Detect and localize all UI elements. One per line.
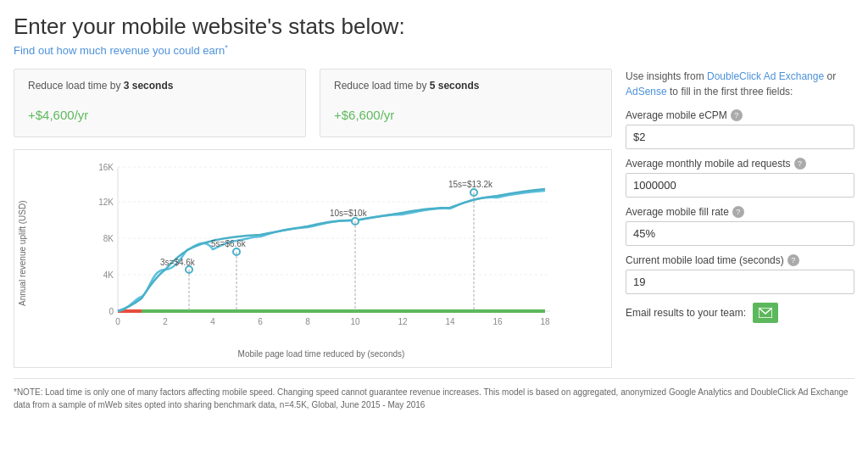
field-ad-requests-label: Average monthly mobile ad requests ? (626, 158, 854, 170)
card-5s: Reduce load time by 5 seconds +$6,600/yr (320, 69, 612, 137)
card-3s-label: Reduce load time by 3 seconds (28, 80, 292, 92)
svg-text:4: 4 (210, 317, 215, 326)
field-ecpm-label: Average mobile eCPM ? (626, 109, 854, 121)
svg-text:8: 8 (305, 317, 310, 326)
email-icon (759, 308, 772, 318)
ecpm-help-icon[interactable]: ? (731, 109, 743, 121)
adsense-link[interactable]: AdSense (626, 86, 667, 97)
svg-text:16: 16 (492, 317, 503, 326)
field-fill-rate: Average mobile fill rate ? (626, 206, 854, 246)
field-ad-requests: Average monthly mobile ad requests ? (626, 158, 854, 198)
fill-rate-help-icon[interactable]: ? (732, 206, 744, 218)
field-ecpm: Average mobile eCPM ? (626, 109, 854, 149)
chart-inner: 0 4K 8K 12K 16K 0 2 4 6 8 10 12 14 (40, 159, 603, 348)
field-load-time: Current mobile load time (seconds) ? (626, 254, 854, 294)
svg-text:12: 12 (398, 317, 408, 326)
card-3s: Reduce load time by 3 seconds +$4,600/yr (14, 69, 306, 137)
page-title: Enter your mobile website's stats below: (14, 14, 854, 40)
svg-text:8K: 8K (103, 234, 114, 243)
main-layout: Reduce load time by 3 seconds +$4,600/yr… (14, 69, 854, 368)
svg-text:10s=$10k: 10s=$10k (330, 209, 368, 218)
svg-text:10: 10 (350, 317, 360, 326)
footer-note: *NOTE: Load time is only one of many fac… (14, 378, 854, 411)
ad-requests-help-icon[interactable]: ? (794, 158, 806, 170)
load-time-input[interactable] (626, 270, 854, 294)
load-time-help-icon[interactable]: ? (787, 254, 799, 266)
svg-text:0: 0 (108, 307, 114, 316)
svg-text:15s=$13.2k: 15s=$13.2k (448, 180, 493, 189)
doubleclick-link[interactable]: DoubleClick Ad Exchange (707, 70, 824, 82)
field-fill-rate-label: Average mobile fill rate ? (626, 206, 854, 218)
svg-text:4K: 4K (103, 270, 114, 280)
x-axis-label: Mobile page load time reduced by (second… (14, 349, 603, 359)
svg-text:14: 14 (445, 317, 455, 326)
chart-container: Annual revenue uplift (USD) 0 4K (14, 149, 612, 368)
y-axis-label: Annual revenue uplift (USD) (14, 159, 40, 348)
fill-rate-input[interactable] (626, 221, 854, 246)
email-button[interactable] (753, 303, 778, 323)
card-3s-value: +$4,600/yr (28, 95, 292, 126)
ad-requests-input[interactable] (626, 173, 854, 198)
svg-text:5s=$6.6k: 5s=$6.6k (211, 239, 247, 248)
svg-text:6: 6 (258, 317, 263, 326)
chart-svg: 0 4K 8K 12K 16K 0 2 4 6 8 10 12 14 (40, 159, 603, 345)
field-load-time-label: Current mobile load time (seconds) ? (626, 254, 854, 266)
email-row: Email results to your team: (626, 303, 854, 323)
info-text: Use insights from DoubleClick Ad Exchang… (626, 69, 854, 99)
svg-text:2: 2 (163, 317, 168, 326)
card-5s-label: Reduce load time by 5 seconds (334, 80, 598, 92)
ecpm-input[interactable] (626, 125, 854, 149)
right-panel: Use insights from DoubleClick Ad Exchang… (626, 69, 854, 368)
svg-text:18: 18 (540, 317, 550, 326)
email-label: Email results to your team: (626, 307, 746, 319)
svg-text:16K: 16K (98, 163, 114, 172)
page-subtitle: Find out how much revenue you could earn… (14, 43, 854, 57)
svg-text:0: 0 (115, 317, 120, 326)
left-panel: Reduce load time by 3 seconds +$4,600/yr… (14, 69, 612, 368)
svg-text:3s=$4.6k: 3s=$4.6k (160, 258, 196, 267)
cards-row: Reduce load time by 3 seconds +$4,600/yr… (14, 69, 612, 137)
card-5s-value: +$6,600/yr (334, 95, 598, 126)
svg-text:12K: 12K (98, 198, 114, 207)
